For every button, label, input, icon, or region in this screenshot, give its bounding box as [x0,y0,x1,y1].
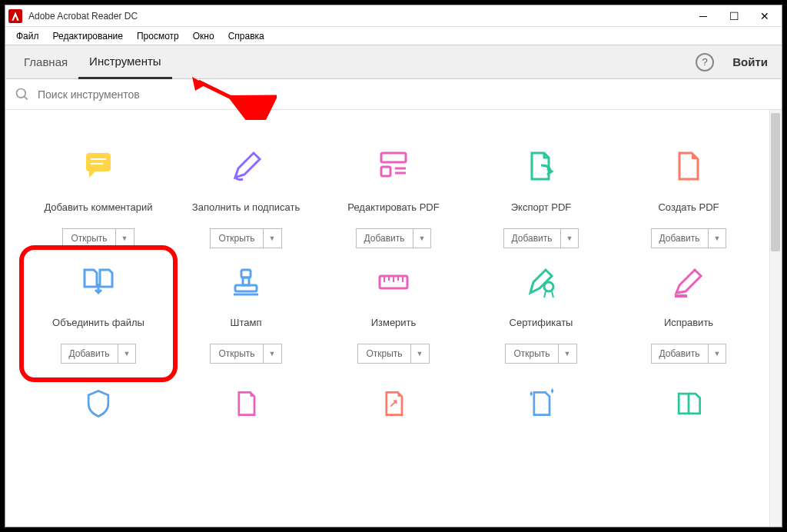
login-button[interactable]: Войти [726,55,774,68]
tools-content: ▲ Добавить комментарий Открыть▼ Заполнит… [5,110,782,527]
tool-action-button[interactable]: Добавить▼ [651,344,727,364]
svg-rect-10 [235,285,257,291]
tool-label: Добавить комментарий [44,195,152,221]
tool-label: Сертификаты [510,310,573,336]
tool-label: Исправить [664,310,713,336]
tool-peek-protect[interactable] [28,387,168,417]
minimize-button[interactable]: ─ [689,5,717,27]
comment-icon [80,148,117,185]
tool-stamp[interactable]: Штамп Открыть▼ [176,264,316,364]
certificate-icon [523,264,560,301]
tool-label: Измерить [371,310,417,336]
svg-rect-4 [381,153,406,162]
search-icon [15,87,30,102]
tool-label: Редактировать PDF [347,195,439,221]
menubar: Файл Редактирование Просмотр Окно Справк… [5,27,782,45]
tool-certificates[interactable]: Сертификаты Открыть▼ [471,264,611,364]
titlebar: Adobe Acrobat Reader DC ─ ☐ ✕ [5,5,782,27]
tool-peek-optimize[interactable] [176,387,316,417]
tab-home[interactable]: Главная [13,45,78,79]
window-title: Adobe Acrobat Reader DC [28,11,689,22]
maximize-button[interactable]: ☐ [720,5,748,27]
scroll-thumb[interactable] [771,113,780,251]
svg-point-0 [17,88,26,98]
menu-view[interactable]: Просмотр [131,29,185,43]
tool-combine-files[interactable]: Объединить файлы Добавить▼ [19,245,178,382]
menu-window[interactable]: Окно [187,29,221,43]
tool-label: Заполнить и подписать [192,195,300,221]
search-input[interactable] [38,88,772,101]
tab-tools[interactable]: Инструменты [78,45,172,79]
app-window: Adobe Acrobat Reader DC ─ ☐ ✕ Файл Редак… [5,5,782,527]
tool-label: Объединить файлы [52,310,144,336]
app-icon [8,9,22,23]
ruler-icon [375,264,412,301]
tool-action-button[interactable]: Добавить▼ [61,344,137,364]
svg-line-1 [25,96,28,99]
marker-icon [670,264,707,301]
tool-label: Создать PDF [658,195,719,221]
help-button[interactable]: ? [696,53,714,71]
searchbar [5,79,782,110]
tool-action-button[interactable]: Открыть▼ [357,344,429,364]
tool-action-button[interactable]: Добавить▼ [503,228,579,248]
menu-edit[interactable]: Редактирование [47,29,129,43]
stamp-icon [227,264,264,301]
tool-create-pdf[interactable]: Создать PDF Добавить▼ [619,148,759,248]
tool-action-button[interactable]: Открыть▼ [210,228,281,248]
tabbar: Главная Инструменты ? Войти [5,45,782,79]
create-pdf-icon [670,148,707,185]
tool-peek-compare[interactable] [619,387,759,417]
tool-measure[interactable]: Измерить Открыть▼ [324,264,463,364]
tool-action-button[interactable]: Добавить▼ [356,228,432,248]
tool-action-button[interactable]: Добавить▼ [651,228,727,248]
edit-pdf-icon [375,148,412,185]
tool-action-button[interactable]: Открыть▼ [505,344,576,364]
tool-export-pdf[interactable]: Экспорт PDF Добавить▼ [471,148,611,248]
export-pdf-icon [523,148,560,185]
combine-files-icon [80,264,117,301]
menu-file[interactable]: Файл [10,29,45,43]
svg-rect-5 [381,167,390,176]
menu-help[interactable]: Справка [222,29,271,43]
tool-fill-sign[interactable]: Заполнить и подписать Открыть▼ [176,148,316,248]
svg-point-18 [544,282,553,291]
tool-label: Штамп [231,310,262,336]
close-button[interactable]: ✕ [751,5,779,27]
tool-label: Экспорт PDF [511,195,571,221]
scrollbar[interactable]: ▲ [769,110,782,527]
tool-redact[interactable]: Исправить Добавить▼ [619,264,759,364]
tool-action-button[interactable]: Открыть▼ [210,344,281,364]
pen-icon [227,148,264,185]
tool-comment[interactable]: Добавить комментарий Открыть▼ [28,148,168,248]
tool-peek-organize[interactable] [324,387,463,417]
tool-peek-enhance[interactable] [471,387,611,417]
tool-edit-pdf[interactable]: Редактировать PDF Добавить▼ [324,148,463,248]
